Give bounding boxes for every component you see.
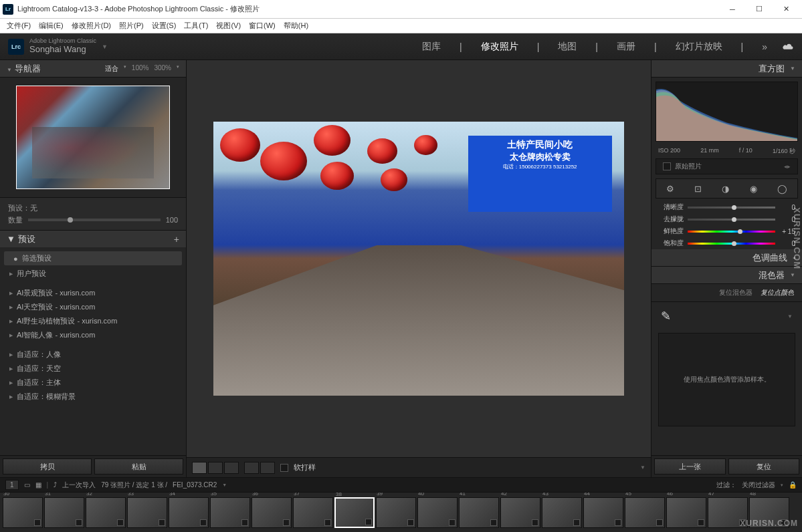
histo-fstop: f / 10	[739, 147, 753, 156]
edit-tool-icon[interactable]: ⚙	[666, 184, 674, 194]
module-map[interactable]: 地图	[554, 39, 581, 54]
watermark-bottom: XURISN.COM	[740, 519, 798, 528]
redeye-tool-icon[interactable]: ◉	[750, 184, 757, 194]
histogram[interactable]	[656, 82, 798, 142]
crop-tool-icon[interactable]: ⊡	[694, 184, 702, 194]
preview-amount-slider[interactable]	[28, 219, 161, 221]
histogram-header[interactable]: 直方图▼	[651, 60, 802, 78]
module-book[interactable]: 画册	[613, 39, 639, 54]
preset-adaptive[interactable]: ▶自适应：模糊背景	[0, 390, 186, 404]
module-develop[interactable]: 修改照片	[477, 39, 522, 54]
menu-window[interactable]: 窗口(W)	[246, 19, 278, 32]
filter-lock-icon[interactable]: 🔒	[789, 481, 797, 489]
preset-adaptive[interactable]: ▶自适应：人像	[0, 348, 186, 362]
module-picker: 图库| 修改照片| 地图| 画册| 幻灯片放映| »	[418, 39, 794, 54]
menu-view[interactable]: 视图(V)	[213, 19, 243, 32]
menu-edit[interactable]: 编辑(E)	[36, 19, 66, 32]
slider-track[interactable]	[688, 231, 775, 233]
menu-develop[interactable]: 修改照片(D)	[69, 19, 114, 32]
grid-icon[interactable]: ▦	[35, 481, 41, 489]
filmstrip-thumb[interactable]: 34	[169, 497, 209, 528]
filmstrip-thumb[interactable]: 36	[252, 497, 292, 528]
filmstrip-thumb[interactable]: 33	[127, 497, 167, 528]
slider-track[interactable]	[688, 219, 775, 221]
copy-button[interactable]: 拷贝	[3, 458, 92, 475]
menu-file[interactable]: 文件(F)	[4, 19, 33, 32]
module-library[interactable]: 图库	[418, 39, 445, 54]
filmstrip-thumb[interactable]: 35	[210, 497, 250, 528]
compare-yy-icon[interactable]	[244, 462, 259, 474]
filmstrip-thumb[interactable]: 46	[666, 497, 706, 528]
mixer-header[interactable]: 混色器▼	[651, 267, 802, 284]
compare-yy2-icon[interactable]	[260, 462, 275, 474]
filmstrip-thumb[interactable]: 31	[44, 497, 84, 528]
filter-off[interactable]: 关闭过滤器	[742, 481, 775, 490]
heal-tool-icon[interactable]: ◑	[722, 184, 729, 194]
main-photo[interactable]: 土特产民间小吃 太仓牌肉松专卖 电话：15006227373 53213252	[213, 122, 624, 396]
filmstrip-thumb[interactable]: 45	[625, 497, 665, 528]
preset-item[interactable]: ▶AI野生动植物预设 - xurisn.com	[0, 314, 186, 328]
before-after-tb-icon[interactable]	[224, 462, 239, 474]
preset-item[interactable]: ▶AI天空预设 - xurisn.com	[0, 300, 186, 314]
paste-button[interactable]: 粘贴	[94, 458, 183, 475]
toolbar-expand-icon[interactable]: ▼	[640, 464, 645, 471]
slider-track[interactable]	[688, 243, 775, 245]
filmstrip-thumb[interactable]: 38	[334, 497, 375, 528]
adjust-饱和度: 饱和度0	[651, 237, 802, 249]
filmstrip-thumb[interactable]: 44	[583, 497, 623, 528]
preset-user-group[interactable]: ▶用户预设	[0, 267, 186, 281]
preset-search[interactable]: ● 筛选预设	[4, 251, 182, 265]
filmstrip-thumb[interactable]: 40	[417, 497, 458, 528]
mixer-expand-icon[interactable]: ▼	[787, 313, 793, 319]
develop-tools: ⚙ ⊡ ◑ ◉ ◯	[656, 178, 798, 198]
preset-adaptive[interactable]: ▶自适应：主体	[0, 376, 186, 390]
menu-photo[interactable]: 照片(P)	[116, 19, 146, 32]
point-color-reset-tab[interactable]: 复位点颜色	[761, 288, 794, 297]
filmstrip-thumb[interactable]: 32	[86, 497, 126, 528]
breadcrumb[interactable]: 上一次导入	[62, 481, 96, 490]
prev-photo-button[interactable]: 上一张	[654, 458, 726, 475]
slider-track[interactable]	[688, 207, 775, 209]
nav-300[interactable]: 300%	[154, 64, 171, 74]
cloud-sync-icon[interactable]	[782, 43, 794, 51]
filmstrip-thumb[interactable]: 43	[542, 497, 582, 528]
mask-tool-icon[interactable]: ◯	[777, 184, 787, 194]
second-window-icon[interactable]: ▭	[24, 481, 30, 489]
module-slideshow[interactable]: 幻灯片放映	[672, 39, 726, 54]
page-start[interactable]: 1	[5, 480, 19, 490]
window-title: Lightroom Catalog-v13-3 - Adobe Photosho…	[17, 4, 260, 14]
filmstrip-thumb[interactable]: 39	[376, 497, 416, 528]
image-toolbar: 软打样 ▼	[187, 457, 651, 477]
loupe-view-icon[interactable]	[192, 462, 207, 474]
tone-curve-header[interactable]: 色调曲线◂	[651, 249, 802, 267]
filmstrip[interactable]: 30313233343536373839404142434445464748	[0, 492, 802, 532]
raw-label[interactable]: 原始照片◂▸	[656, 158, 798, 174]
module-more[interactable]: »	[758, 40, 771, 53]
menu-help[interactable]: 帮助(H)	[281, 19, 311, 32]
menu-settings[interactable]: 设置(S)	[149, 19, 179, 32]
preset-item[interactable]: ▶AI景观预设 - xurisn.com	[0, 286, 186, 300]
softproof-checkbox[interactable]	[280, 464, 288, 472]
nav-fit[interactable]: 适合	[105, 64, 118, 74]
add-preset-icon[interactable]: +	[174, 234, 179, 245]
navigator-header[interactable]: ▼ 导航器 适合▾ 100% 300%▾	[0, 60, 186, 78]
close-button[interactable]: ✕	[773, 0, 799, 19]
eyedropper-icon[interactable]: ✎	[661, 309, 671, 323]
filmstrip-thumb[interactable]: 41	[459, 497, 499, 528]
preset-item[interactable]: ▶AI智能人像 - xurisn.com	[0, 328, 186, 342]
preset-adaptive[interactable]: ▶自适应：天空	[0, 362, 186, 376]
filmstrip-thumb[interactable]: 37	[293, 497, 333, 528]
filmstrip-thumb[interactable]: 30	[3, 497, 43, 528]
minimize-button[interactable]: ─	[719, 0, 746, 19]
reset-button[interactable]: 复位	[728, 458, 800, 475]
filmstrip-thumb[interactable]: 42	[500, 497, 540, 528]
presets-header[interactable]: ▼ 预设 +	[0, 230, 186, 247]
before-after-lr-icon[interactable]	[208, 462, 223, 474]
brand-user[interactable]: Songhai Wang	[29, 45, 96, 54]
mixer-reset-tab[interactable]: 复位混色器	[719, 288, 753, 297]
maximize-button[interactable]: ☐	[746, 0, 773, 19]
navigator-thumbnail[interactable]	[16, 86, 170, 189]
jump-back-icon[interactable]: ⤴	[54, 481, 57, 489]
menu-tools[interactable]: 工具(T)	[181, 19, 211, 32]
nav-100[interactable]: 100%	[132, 64, 149, 74]
